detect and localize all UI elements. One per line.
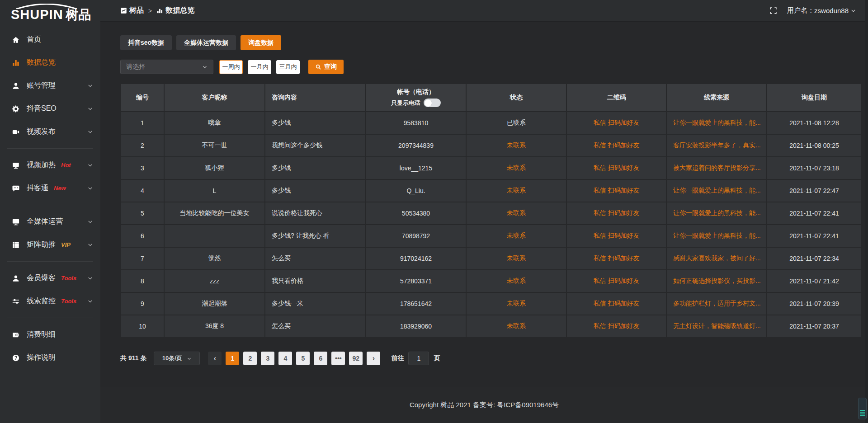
cell-source-link[interactable]: 让你一眼就爱上的黑科技，能... — [666, 179, 767, 202]
page-button-1[interactable]: 1 — [226, 352, 239, 365]
select-placeholder: 请选择 — [126, 63, 145, 71]
cell-id: 6 — [121, 225, 164, 247]
cell-nickname — [164, 225, 265, 247]
page-size-select[interactable]: 10条/页 — [154, 352, 200, 365]
sidebar-item-badge: Tools — [61, 298, 76, 305]
chevron-down-icon[interactable] — [850, 8, 856, 14]
cell-qr-link[interactable]: 私信 扫码加好友 — [566, 270, 666, 292]
cell-qr-link[interactable]: 私信 扫码加好友 — [566, 315, 666, 338]
table-row: 4L多少钱Q_Liu.未联系私信 扫码加好友让你一眼就爱上的黑科技，能...20… — [121, 179, 862, 202]
cell-account: 183929060 — [366, 315, 466, 338]
sidebar-divider — [7, 148, 93, 149]
sidebar-item-video-publish[interactable]: 视频发布 — [0, 120, 100, 143]
page-ellipsis-button[interactable]: ••• — [331, 352, 345, 365]
page-button-2[interactable]: 2 — [243, 352, 257, 365]
sidebar-item-data-overview[interactable]: 数据总览 — [0, 51, 100, 74]
cell-date: 2021-11-07 20:39 — [767, 292, 862, 315]
cell-source-link[interactable]: 感谢大家喜欢我家，被问了好... — [666, 247, 767, 270]
home-icon — [12, 36, 20, 44]
pagination: 共 911 条 10条/页 ‹ 123456•••92 › 前往 — [120, 352, 862, 365]
cell-date: 2021-11-07 20:37 — [767, 315, 862, 338]
topbar: 树品 > 数据总览 用户名： zswodun88 — [100, 0, 868, 22]
range-button-one-month[interactable]: 一月内 — [248, 60, 271, 74]
cell-qr-link[interactable]: 私信 扫码加好友 — [566, 292, 666, 315]
cell-qr-link[interactable]: 私信 扫码加好友 — [566, 247, 666, 270]
prev-page-button[interactable]: ‹ — [208, 352, 222, 365]
cell-status: 未联系 — [466, 202, 566, 225]
cell-qr-link[interactable]: 私信 扫码加好友 — [566, 134, 666, 157]
chevron-down-icon — [87, 185, 93, 191]
sidebar-item-video-heating[interactable]: 视频加热Hot — [0, 154, 100, 177]
cell-content: 我想问这个多少钱 — [265, 134, 366, 157]
chat-widget[interactable] — [858, 398, 867, 419]
phone-only-label: 只显示电话 — [391, 99, 420, 107]
sidebar-item-account-management[interactable]: 账号管理 — [0, 74, 100, 97]
cell-source-link[interactable]: 如何正确选择投影仪，买投影... — [666, 270, 767, 292]
cell-qr-link[interactable]: 私信 扫码加好友 — [566, 202, 666, 225]
brand-logo[interactable]: SHUPIN树品 — [0, 0, 100, 28]
sidebar-item-douyin-seo[interactable]: 抖音SEO — [0, 97, 100, 120]
cell-account: 917024162 — [366, 247, 466, 270]
cell-date: 2021-11-07 22:34 — [767, 247, 862, 270]
user-icon — [12, 274, 20, 282]
username-label: 用户名： — [787, 6, 814, 15]
cell-source-link[interactable]: 让你一眼就爱上的黑科技，能... — [666, 112, 767, 134]
breadcrumb-current: 数据总览 — [165, 6, 194, 15]
cell-qr-link[interactable]: 私信 扫码加好友 — [566, 157, 666, 179]
range-button-one-week[interactable]: 一周内 — [219, 60, 243, 74]
phone-only-toggle[interactable] — [424, 99, 441, 107]
sidebar-item-consumption-detail[interactable]: 消费明细 — [0, 323, 100, 346]
table-row: 9潮起潮落多少钱一米178651642未联系私信 扫码加好友多功能护栏灯，适用于… — [121, 292, 862, 315]
sidebar-item-media-operation[interactable]: 全媒体运营 — [0, 210, 100, 233]
tab-inquiry-data[interactable]: 询盘数据 — [241, 35, 281, 50]
cell-account: 178651642 — [366, 292, 466, 315]
account-select[interactable]: 请选择 — [120, 60, 213, 74]
next-page-button[interactable]: › — [367, 352, 380, 365]
chevron-down-icon — [87, 242, 93, 248]
tab-douyin-seo-data[interactable]: 抖音seo数据 — [120, 35, 172, 50]
breadcrumb-root[interactable]: 树品 — [129, 6, 144, 15]
cell-source-link[interactable]: 让你一眼就爱上的黑科技，能... — [666, 202, 767, 225]
chevron-down-icon — [87, 162, 93, 168]
sidebar-item-matrix-boost[interactable]: 矩阵助推VIP — [0, 233, 100, 256]
cell-qr-link[interactable]: 私信 扫码加好友 — [566, 225, 666, 247]
search-button[interactable]: 查询 — [308, 60, 344, 74]
cell-qr-link[interactable]: 私信 扫码加好友 — [566, 112, 666, 134]
fullscreen-icon[interactable] — [769, 7, 777, 14]
page-button-4[interactable]: 4 — [278, 352, 292, 365]
page-buttons: 123456•••92 — [222, 352, 363, 365]
cell-source-link[interactable]: 被大家追着问的客厅投影分享... — [666, 157, 767, 179]
sidebar-item-douketong[interactable]: 抖客通New — [0, 177, 100, 200]
range-button-three-months[interactable]: 三月内 — [276, 60, 300, 74]
cell-status: 未联系 — [466, 270, 566, 292]
sidebar-item-operation-guide[interactable]: 操作说明 — [0, 346, 100, 369]
cell-qr-link[interactable]: 私信 扫码加好友 — [566, 179, 666, 202]
sidebar: SHUPIN树品 首页数据总览账号管理抖音SEO视频发布视频加热Hot抖客通Ne… — [0, 0, 100, 423]
main-column: 树品 > 数据总览 用户名： zswodun88 抖音seo数据全媒体运营数据询… — [100, 0, 868, 423]
cell-source-link[interactable]: 让你一眼就爱上的黑科技，能... — [666, 225, 767, 247]
page-button-92[interactable]: 92 — [349, 352, 363, 365]
cell-id: 10 — [121, 315, 164, 338]
cell-content: 多少钱一米 — [265, 292, 366, 315]
sidebar-item-label: 抖音SEO — [27, 104, 57, 113]
filter-bar: 请选择 一周内一月内三月内 查询 — [120, 60, 862, 74]
goto-page-input[interactable] — [408, 352, 429, 365]
sidebar-item-member-baoke[interactable]: 会员爆客Tools — [0, 267, 100, 290]
column-header: 咨询内容 — [265, 84, 366, 112]
page-button-5[interactable]: 5 — [296, 352, 310, 365]
tab-media-operation-data[interactable]: 全媒体运营数据 — [176, 35, 236, 50]
cell-nickname: 不可一世 — [164, 134, 265, 157]
cell-id: 9 — [121, 292, 164, 315]
cell-source-link[interactable]: 无主灯设计，智能磁吸轨道灯... — [666, 315, 767, 338]
cell-source-link[interactable]: 客厅安装投影半年多了，真实... — [666, 134, 767, 157]
chevron-down-icon — [87, 83, 93, 89]
scrollbar-track[interactable] — [865, 0, 868, 423]
cell-nickname: L — [164, 179, 265, 202]
sidebar-item-lead-monitor[interactable]: 线索监控Tools — [0, 290, 100, 313]
page-button-6[interactable]: 6 — [314, 352, 327, 365]
page-button-3[interactable]: 3 — [261, 352, 274, 365]
cell-source-link[interactable]: 多功能护栏灯，适用于乡村文... — [666, 292, 767, 315]
username-value[interactable]: zswodun88 — [814, 7, 849, 14]
sidebar-item-home[interactable]: 首页 — [0, 28, 100, 51]
sidebar-divider — [7, 318, 93, 318]
